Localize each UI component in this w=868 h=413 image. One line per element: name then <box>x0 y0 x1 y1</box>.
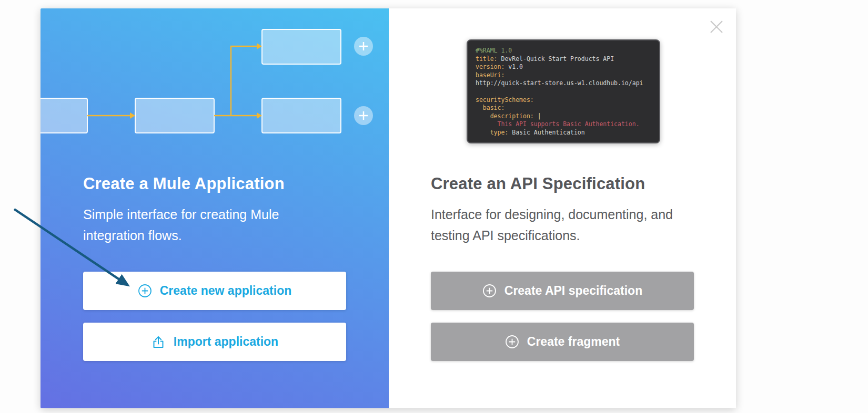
code-line: http://quick-start-store.us-w1.cloudhub.… <box>476 79 651 88</box>
button-label: Create fragment <box>527 335 620 349</box>
code-line: This API supports Basic Authentication. <box>476 120 651 129</box>
create-api-specification-button[interactable]: Create API specification <box>431 272 694 310</box>
create-project-modal: Create a Mule Application Simple interfa… <box>41 8 736 408</box>
raml-code-snippet: #%RAML 1.0title: DevRel-Quick Start Prod… <box>467 39 660 143</box>
code-line: version: v1.0 <box>476 63 651 71</box>
api-specification-panel: #%RAML 1.0title: DevRel-Quick Start Prod… <box>389 8 736 408</box>
plus-circle-icon <box>505 335 519 349</box>
create-new-application-button[interactable]: Create new application <box>83 272 346 310</box>
flow-diagram-illustration <box>41 8 389 156</box>
code-line: description: | <box>476 112 651 121</box>
left-panel-title: Create a Mule Application <box>83 174 285 193</box>
plus-circle-icon <box>138 284 152 298</box>
code-line: basic: <box>476 104 651 112</box>
flow-node <box>135 98 214 133</box>
plus-circle-icon <box>482 284 497 298</box>
flow-node <box>262 98 341 133</box>
button-label: Import application <box>174 335 278 349</box>
close-icon[interactable] <box>709 19 724 35</box>
import-application-button[interactable]: Import application <box>83 323 346 361</box>
flow-nodes <box>41 29 341 133</box>
mule-application-panel: Create a Mule Application Simple interfa… <box>41 8 389 408</box>
flow-node <box>41 98 87 133</box>
flow-node <box>262 29 341 64</box>
create-fragment-button[interactable]: Create fragment <box>431 323 694 361</box>
upload-icon <box>151 335 166 349</box>
code-line: #%RAML 1.0 <box>476 47 651 55</box>
code-line <box>476 88 651 96</box>
left-panel-description: Simple interface for creating Mule integ… <box>83 204 320 246</box>
flow-plus-icon <box>354 106 373 125</box>
code-line: type: Basic Authentication <box>476 129 651 137</box>
code-snippet-body: #%RAML 1.0title: DevRel-Quick Start Prod… <box>476 47 651 137</box>
right-panel-description: Interface for designing, documenting, an… <box>431 204 678 246</box>
code-line: securitySchemes: <box>476 96 651 105</box>
button-label: Create new application <box>160 284 292 298</box>
flow-plus-icon <box>354 37 373 56</box>
code-line: baseUri: <box>476 71 651 80</box>
button-label: Create API specification <box>504 284 642 298</box>
right-panel-title: Create an API Specification <box>431 174 645 193</box>
code-line: title: DevRel-Quick Start Products API <box>476 55 651 64</box>
